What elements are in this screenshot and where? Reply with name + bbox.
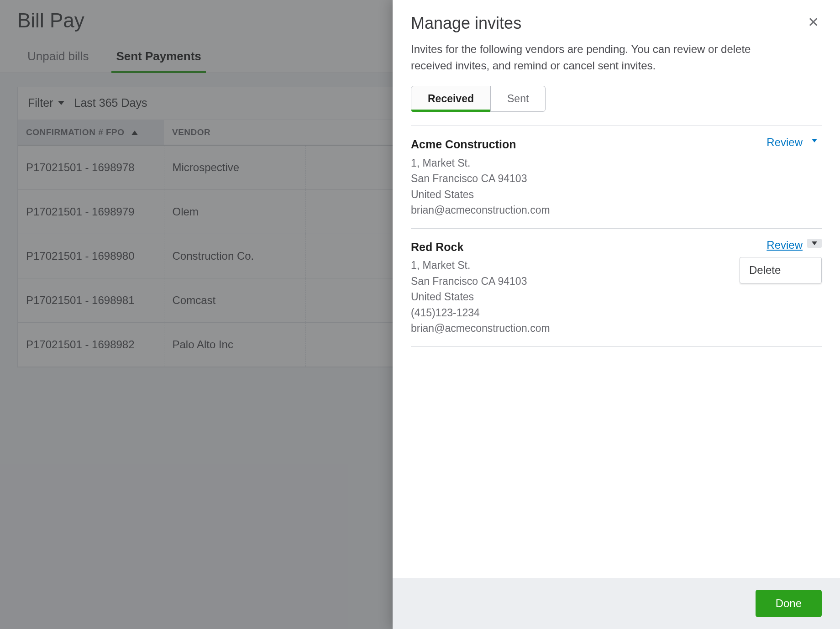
review-link[interactable]: Review	[766, 239, 807, 252]
invite-country: United States	[411, 187, 550, 203]
action-dropdown: Delete	[740, 257, 822, 283]
invite-street: 1, Market St.	[411, 257, 550, 273]
invite-info: Acme Construction1, Market St.San Franci…	[411, 136, 550, 218]
action-dropdown-toggle[interactable]	[807, 239, 822, 248]
segment-sent[interactable]: Sent	[491, 86, 546, 112]
invite-city: San Francisco CA 94103	[411, 171, 550, 187]
invite-email: brian@acmeconstruction.com	[411, 320, 550, 336]
manage-invites-drawer: Manage invites ✕ Invites for the followi…	[393, 0, 840, 629]
dropdown-item-delete[interactable]: Delete	[740, 257, 821, 283]
invite-item: Red Rock1, Market St.San Francisco CA 94…	[411, 229, 822, 347]
close-icon[interactable]: ✕	[805, 14, 822, 31]
invite-actions: Review	[766, 136, 822, 218]
invite-actions: ReviewDelete	[766, 239, 822, 336]
segment-received[interactable]: Received	[411, 86, 491, 112]
invite-city: San Francisco CA 94103	[411, 273, 550, 289]
caret-down-icon	[812, 241, 817, 245]
invite-street: 1, Market St.	[411, 155, 550, 171]
drawer-title: Manage invites	[411, 14, 521, 33]
done-button[interactable]: Done	[756, 590, 822, 617]
invite-email: brian@acmeconstruction.com	[411, 202, 550, 218]
invite-country: United States	[411, 289, 550, 305]
caret-down-icon	[812, 139, 817, 142]
invite-phone: (415)123-1234	[411, 305, 550, 321]
drawer-description: Invites for the following vendors are pe…	[411, 41, 794, 74]
invite-vendor-name: Acme Construction	[411, 136, 550, 153]
review-link[interactable]: Review	[766, 136, 807, 149]
segmented-control: Received Sent	[411, 86, 822, 112]
invite-info: Red Rock1, Market St.San Francisco CA 94…	[411, 239, 550, 336]
drawer-footer: Done	[393, 578, 840, 629]
action-dropdown-toggle[interactable]	[807, 136, 822, 145]
invite-vendor-name: Red Rock	[411, 239, 550, 256]
invite-item: Acme Construction1, Market St.San Franci…	[411, 126, 822, 229]
